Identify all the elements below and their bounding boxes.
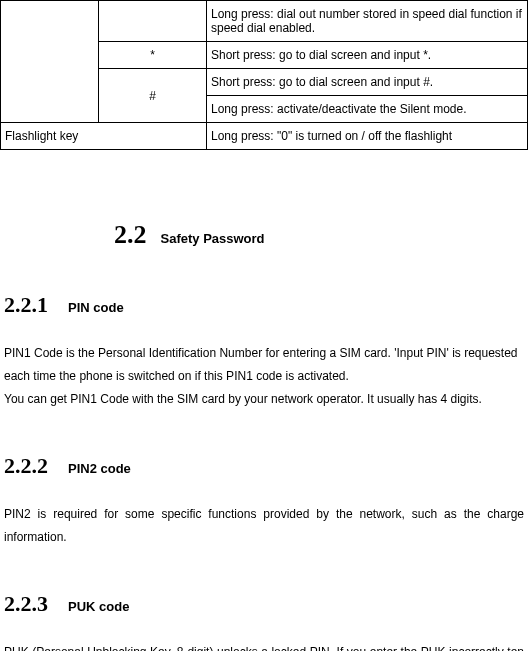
subsection-heading: 2.2.2 PIN2 code [0, 453, 528, 479]
table-cell-desc: Long press: activate/deactivate the Sile… [207, 96, 528, 123]
table-cell-key: * [99, 42, 207, 69]
table-cell-key: Flashlight key [1, 123, 207, 150]
section-title: Safety Password [161, 231, 265, 246]
table-cell-desc: Long press: "0" is turned on / off the f… [207, 123, 528, 150]
table-cell-desc: Long press: dial out number stored in sp… [207, 1, 528, 42]
paragraph: PIN2 is required for some specific funct… [0, 503, 528, 549]
subsection-title: PUK code [68, 599, 129, 614]
paragraph: PIN1 Code is the Personal Identification… [0, 342, 528, 411]
subsection-number: 2.2.1 [4, 292, 48, 318]
section-heading: 2.2 Safety Password [0, 220, 528, 250]
section-number: 2.2 [114, 220, 147, 250]
subsection-number: 2.2.2 [4, 453, 48, 479]
table-row: Flashlight key Long press: "0" is turned… [1, 123, 528, 150]
table-row: Long press: dial out number stored in sp… [1, 1, 528, 42]
table-cell-desc: Short press: go to dial screen and input… [207, 69, 528, 96]
table-cell-key: # [99, 69, 207, 123]
paragraph: PUK (Personal Unblocking Key, 8-digit) u… [0, 641, 528, 651]
subsection-heading: 2.2.1 PIN code [0, 292, 528, 318]
key-function-table: Long press: dial out number stored in sp… [0, 0, 528, 150]
table-cell-key [99, 1, 207, 42]
table-cell-blank [1, 1, 99, 123]
table-cell-desc: Short press: go to dial screen and input… [207, 42, 528, 69]
subsection-title: PIN code [68, 300, 124, 315]
subsection-title: PIN2 code [68, 461, 131, 476]
subsection-heading: 2.2.3 PUK code [0, 591, 528, 617]
subsection-number: 2.2.3 [4, 591, 48, 617]
